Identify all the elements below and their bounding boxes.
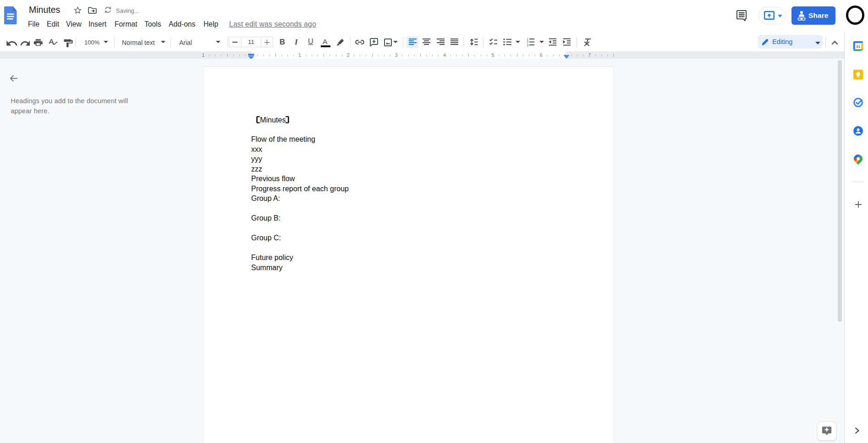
svg-text:31: 31 [856, 44, 860, 49]
svg-text:3: 3 [527, 44, 529, 47]
